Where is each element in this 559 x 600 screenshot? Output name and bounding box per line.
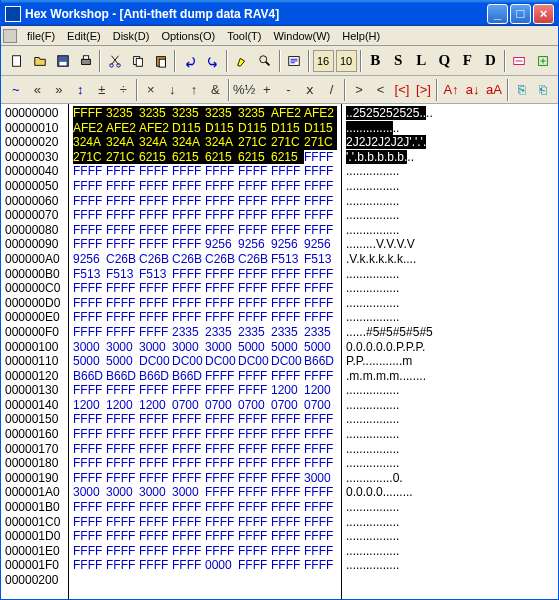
hex-word[interactable]: FFFF bbox=[172, 179, 205, 194]
hex-word[interactable]: F513 bbox=[106, 267, 139, 282]
hex-word[interactable]: 271C bbox=[238, 135, 271, 150]
type-b-button[interactable]: B bbox=[365, 50, 386, 72]
hex-word[interactable]: 0700 bbox=[271, 398, 304, 413]
hex-word[interactable]: FFFF bbox=[172, 296, 205, 311]
hex-word[interactable]: FFFF bbox=[205, 412, 238, 427]
hex-word[interactable]: 9256 bbox=[304, 237, 337, 252]
hex-row[interactable]: 50005000DC00DC00DC00DC00DC00B66D bbox=[73, 354, 341, 369]
hex-word[interactable]: FFFF bbox=[238, 558, 271, 573]
hex-row[interactable]: FFFFFFFFFFFFFFFFFFFFFFFFFFFFFFFF bbox=[73, 442, 341, 457]
add-button[interactable] bbox=[532, 50, 553, 72]
ascii-row[interactable]: ................ bbox=[346, 383, 558, 398]
hex-word[interactable]: FFFF bbox=[271, 267, 304, 282]
hex-word[interactable]: FFFF bbox=[205, 544, 238, 559]
hex-word[interactable]: 9256 bbox=[238, 237, 271, 252]
hex-word[interactable]: FFFF bbox=[271, 471, 304, 486]
hex-row[interactable]: AFE2AFE2AFE2D115D115D115D115D115 bbox=[73, 121, 341, 136]
hex-word[interactable]: FFFF bbox=[238, 485, 271, 500]
type-f-button[interactable]: F bbox=[457, 50, 478, 72]
rol-button[interactable]: ↕ bbox=[71, 79, 91, 101]
cut-button[interactable] bbox=[104, 50, 125, 72]
hex-word[interactable]: FFFF bbox=[172, 515, 205, 530]
hex-word[interactable]: FFFF bbox=[238, 267, 271, 282]
hex-word[interactable]: FFFF bbox=[205, 179, 238, 194]
ascii-row[interactable]: 0.0.0.0.0.P.P.P. bbox=[346, 340, 558, 355]
hex-word[interactable]: FFFF bbox=[73, 164, 106, 179]
hex-word[interactable]: 3235 bbox=[238, 106, 271, 121]
hex-word[interactable]: 9256 bbox=[271, 237, 304, 252]
ascii-row[interactable]: .........V.V.V.V bbox=[346, 237, 558, 252]
menu-options[interactable]: Options(O) bbox=[155, 30, 221, 42]
hex-word[interactable]: FFFF bbox=[238, 427, 271, 442]
hex-word[interactable]: FFFF bbox=[304, 515, 337, 530]
hex-word[interactable]: AFE2 bbox=[139, 121, 172, 136]
hex-word[interactable]: FFFF bbox=[172, 558, 205, 573]
hex-word[interactable]: FFFF bbox=[73, 427, 106, 442]
hex-word[interactable]: FFFF bbox=[106, 558, 139, 573]
hex-word[interactable]: FFFF bbox=[73, 412, 106, 427]
hex-word[interactable]: FFFF bbox=[304, 281, 337, 296]
hex-row[interactable]: FFFFFFFFFFFFFFFFFFFFFFFFFFFFFFFF bbox=[73, 164, 341, 179]
type-s-button[interactable]: S bbox=[388, 50, 409, 72]
hex-word[interactable]: FFFF bbox=[205, 442, 238, 457]
hex-word[interactable]: FFFF bbox=[304, 296, 337, 311]
hex-word[interactable]: FFFF bbox=[73, 529, 106, 544]
hex-column[interactable]: FFFF32353235323532353235AFE2AFE2AFE2AFE2… bbox=[69, 104, 342, 600]
ascii-row[interactable]: ................ bbox=[346, 179, 558, 194]
hex-word[interactable]: DC00 bbox=[205, 354, 238, 369]
shr-button[interactable]: » bbox=[49, 79, 69, 101]
hex-word[interactable]: 2335 bbox=[238, 325, 271, 340]
hex-word[interactable]: FFFF bbox=[139, 310, 172, 325]
menu-window[interactable]: Window(W) bbox=[267, 30, 336, 42]
hex-word[interactable]: FFFF bbox=[238, 500, 271, 515]
hex-word[interactable]: FFFF bbox=[106, 515, 139, 530]
hex-word[interactable]: FFFF bbox=[172, 529, 205, 544]
hex-row[interactable]: F513F513F513FFFFFFFFFFFFFFFFFFFF bbox=[73, 267, 341, 282]
hex-word[interactable]: FFFF bbox=[238, 529, 271, 544]
goto-button[interactable] bbox=[284, 50, 305, 72]
hex-word[interactable]: FFFF bbox=[106, 237, 139, 252]
hex-word[interactable]: FFFF bbox=[271, 485, 304, 500]
hex-word[interactable]: FFFF bbox=[172, 442, 205, 457]
hex-word[interactable]: B66D bbox=[172, 369, 205, 384]
hex-word[interactable]: FFFF bbox=[205, 223, 238, 238]
hex-word[interactable]: C26B bbox=[106, 252, 139, 267]
hex-word[interactable]: FFFF bbox=[238, 179, 271, 194]
hex-word[interactable]: FFFF bbox=[73, 500, 106, 515]
hex-word[interactable]: FFFF bbox=[106, 471, 139, 486]
hex-word[interactable]: F513 bbox=[139, 267, 172, 282]
hex-word[interactable]: FFFF bbox=[238, 456, 271, 471]
menu-help[interactable]: Help(H) bbox=[336, 30, 386, 42]
ascii-row[interactable]: ................ bbox=[346, 223, 558, 238]
hex-word[interactable]: 0700 bbox=[172, 398, 205, 413]
hex-word[interactable]: 0700 bbox=[304, 398, 337, 413]
hex-word[interactable]: FFFF bbox=[139, 208, 172, 223]
hex-word[interactable]: 324A bbox=[139, 135, 172, 150]
hex-word[interactable]: FFFF bbox=[73, 194, 106, 209]
hex-word[interactable]: FFFF bbox=[172, 281, 205, 296]
hex-word[interactable]: FFFF bbox=[139, 325, 172, 340]
hex-word[interactable]: FFFF bbox=[238, 164, 271, 179]
hex-word[interactable]: 0700 bbox=[238, 398, 271, 413]
ascii-row[interactable]: ................ bbox=[346, 427, 558, 442]
hex-row[interactable]: 271C271C62156215621562156215FFFF bbox=[73, 150, 341, 165]
hex-word[interactable]: FFFF bbox=[271, 194, 304, 209]
base16-button[interactable]: 16 bbox=[313, 50, 334, 72]
hex-word[interactable]: FFFF bbox=[304, 369, 337, 384]
minimize-button[interactable]: _ bbox=[487, 4, 508, 24]
hex-word[interactable]: FFFF bbox=[205, 164, 238, 179]
hex-row[interactable]: FFFFFFFFFFFFFFFFFFFFFFFFFFFFFFFF bbox=[73, 412, 341, 427]
hex-word[interactable]: 1200 bbox=[271, 383, 304, 398]
hex-word[interactable]: FFFF bbox=[139, 544, 172, 559]
hex-word[interactable]: FFFF bbox=[73, 383, 106, 398]
redo-button[interactable] bbox=[202, 50, 223, 72]
hex-word[interactable]: F513 bbox=[73, 267, 106, 282]
save-button[interactable] bbox=[52, 50, 73, 72]
hex-row[interactable]: FFFFFFFFFFFFFFFFFFFFFFFFFFFFFFFF bbox=[73, 208, 341, 223]
hex-row[interactable]: 12001200120007000700070007000700 bbox=[73, 398, 341, 413]
hex-word[interactable]: FFFF bbox=[271, 164, 304, 179]
hex-word[interactable]: FFFF bbox=[238, 296, 271, 311]
hex-word[interactable]: 2335 bbox=[205, 325, 238, 340]
hex-word[interactable]: 3000 bbox=[139, 340, 172, 355]
hex-word[interactable]: FFFF bbox=[106, 223, 139, 238]
